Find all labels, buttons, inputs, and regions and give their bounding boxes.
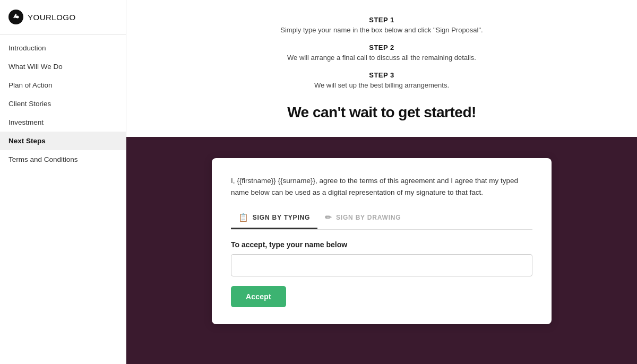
tab-sign-by-drawing[interactable]: ✏ SIGN BY DRAWING bbox=[317, 209, 408, 229]
sidebar-item-client-stories[interactable]: Client Stories bbox=[0, 94, 126, 113]
excite-heading: We can't wait to get started! bbox=[169, 104, 595, 121]
step-1-desc: Simply type your name in the box below a… bbox=[169, 26, 595, 34]
logo-icon bbox=[8, 10, 23, 24]
agreement-text: I, {{firstname}} {{surname}}, agree to t… bbox=[231, 175, 532, 198]
drawing-icon: ✏ bbox=[325, 213, 332, 222]
main-content: STEP 1 Simply type your name in the box … bbox=[126, 0, 637, 364]
sidebar-nav: Introduction What Will We Do Plan of Act… bbox=[0, 34, 126, 169]
name-input[interactable] bbox=[231, 254, 532, 276]
svg-point-1 bbox=[16, 16, 19, 19]
step-1-block: STEP 1 Simply type your name in the box … bbox=[169, 16, 595, 34]
step-2-desc: We will arrange a final call to discuss … bbox=[169, 54, 595, 62]
logo-text: YOURLOGO bbox=[28, 13, 76, 22]
sidebar: YOURLOGO Introduction What Will We Do Pl… bbox=[0, 0, 126, 364]
steps-section: STEP 1 Simply type your name in the box … bbox=[126, 0, 637, 137]
step-3-block: STEP 3 We will set up the best billing a… bbox=[169, 71, 595, 89]
name-label: To accept, type your name below bbox=[231, 240, 532, 249]
sidebar-item-terms[interactable]: Terms and Conditions bbox=[0, 150, 126, 169]
tab-sign-by-typing[interactable]: 📋 SIGN BY TYPING bbox=[231, 209, 317, 229]
sidebar-item-what-will-we-do[interactable]: What Will We Do bbox=[0, 57, 126, 76]
step-3-label: STEP 3 bbox=[169, 71, 595, 79]
sidebar-item-introduction[interactable]: Introduction bbox=[0, 39, 126, 57]
logo-area: YOURLOGO bbox=[0, 0, 126, 34]
sign-tabs: 📋 SIGN BY TYPING ✏ SIGN BY DRAWING bbox=[231, 209, 532, 230]
dark-section: I, {{firstname}} {{surname}}, agree to t… bbox=[126, 137, 637, 364]
accept-button[interactable]: Accept bbox=[231, 286, 286, 307]
tab-typing-label: SIGN BY TYPING bbox=[253, 214, 310, 221]
sign-card: I, {{firstname}} {{surname}}, agree to t… bbox=[212, 158, 552, 324]
tab-drawing-label: SIGN BY DRAWING bbox=[336, 214, 401, 221]
step-1-label: STEP 1 bbox=[169, 16, 595, 24]
step-2-block: STEP 2 We will arrange a final call to d… bbox=[169, 44, 595, 62]
step-2-label: STEP 2 bbox=[169, 44, 595, 51]
sidebar-item-investment[interactable]: Investment bbox=[0, 113, 126, 132]
typing-icon: 📋 bbox=[238, 213, 249, 222]
step-3-desc: We will set up the best billing arrangem… bbox=[169, 81, 595, 89]
sidebar-item-plan-of-action[interactable]: Plan of Action bbox=[0, 76, 126, 94]
sidebar-item-next-steps[interactable]: Next Steps bbox=[0, 132, 126, 150]
